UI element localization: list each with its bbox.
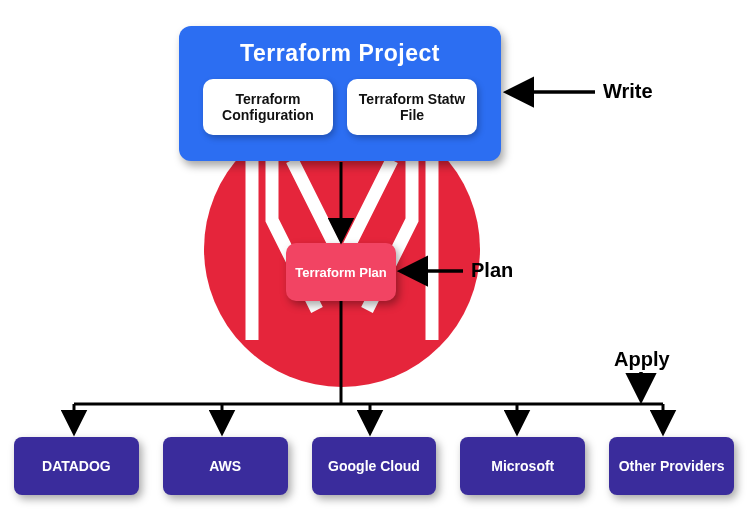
card-state-file: Terraform Statw File: [347, 79, 477, 135]
label-plan: Plan: [471, 259, 513, 282]
providers-row: DATADOG AWS Google Cloud Microsoft Other…: [14, 437, 734, 495]
provider-datadog: DATADOG: [14, 437, 139, 495]
provider-microsoft: Microsoft: [460, 437, 585, 495]
card-configuration: Terraform Configuration: [203, 79, 333, 135]
terraform-project-box: Terraform Project Terraform Configuratio…: [179, 26, 501, 161]
project-cards-row: Terraform Configuration Terraform Statw …: [179, 79, 501, 135]
terraform-plan-box: Terraform Plan: [286, 243, 396, 301]
provider-other: Other Providers: [609, 437, 734, 495]
provider-aws: AWS: [163, 437, 288, 495]
project-title: Terraform Project: [179, 40, 501, 67]
provider-gcp: Google Cloud: [312, 437, 437, 495]
label-write: Write: [603, 80, 653, 103]
label-apply: Apply: [614, 348, 670, 371]
